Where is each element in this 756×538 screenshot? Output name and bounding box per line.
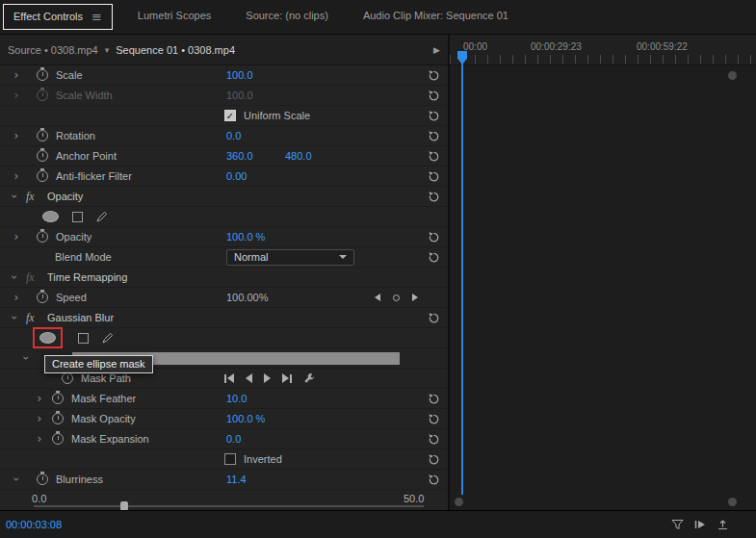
reset-icon[interactable] xyxy=(428,69,441,82)
create-rect-mask-button[interactable] xyxy=(72,212,83,222)
effect-header-opacity: › fx Opacity xyxy=(0,187,448,207)
property-value[interactable]: 10.0 xyxy=(226,393,247,404)
stopwatch-icon[interactable] xyxy=(37,69,48,81)
twirl-icon[interactable]: › xyxy=(33,432,46,446)
timeline-ruler[interactable]: 00:00 00:00:29:23 00:00:59:22 xyxy=(450,35,756,65)
reset-icon[interactable] xyxy=(428,393,441,405)
free-draw-bezier-pen-icon[interactable] xyxy=(102,332,114,344)
track-mask-backward-button[interactable] xyxy=(246,373,252,383)
reset-icon[interactable] xyxy=(428,413,441,425)
tab-source-monitor[interactable]: Source: (no clips) xyxy=(236,4,338,30)
reset-icon[interactable] xyxy=(428,170,441,183)
panel-menu-icon[interactable]: ≡ xyxy=(91,11,102,23)
tab-audio-clip-mixer[interactable]: Audio Clip Mixer: Sequence 01 xyxy=(353,4,518,30)
stopwatch-icon[interactable] xyxy=(37,150,48,162)
free-draw-bezier-pen-icon[interactable] xyxy=(96,211,108,222)
reset-icon[interactable] xyxy=(428,231,441,243)
sequence-clip-tab[interactable]: Sequence 01 • 0308.mp4 xyxy=(116,44,235,56)
property-value[interactable]: 0.00 xyxy=(226,170,247,182)
twirl-icon[interactable]: › xyxy=(33,392,46,405)
property-value[interactable]: 11.4 xyxy=(226,474,247,485)
property-row-speed: › Speed 100.00% xyxy=(0,288,448,308)
stopwatch-icon[interactable] xyxy=(52,433,64,445)
export-icon[interactable] xyxy=(717,519,729,530)
create-rect-mask-button[interactable] xyxy=(78,333,89,344)
stopwatch-icon[interactable] xyxy=(52,413,64,424)
stopwatch-icon[interactable] xyxy=(37,130,48,141)
property-label: Inverted xyxy=(244,453,282,465)
twirl-open-icon[interactable]: › xyxy=(8,190,21,203)
stopwatch-icon[interactable] xyxy=(62,372,73,384)
anchor-x-value[interactable]: 360.0 xyxy=(226,150,253,162)
reset-icon[interactable] xyxy=(428,251,441,264)
twirl-open-icon[interactable]: › xyxy=(19,351,33,365)
stopwatch-icon[interactable] xyxy=(52,393,64,404)
reset-icon[interactable] xyxy=(428,150,441,163)
twirl-icon[interactable]: › xyxy=(10,230,23,243)
track-mask-forward-one-frame-button[interactable] xyxy=(282,373,292,383)
anchor-y-value[interactable]: 480.0 xyxy=(285,150,312,162)
uniform-scale-checkbox[interactable]: ✓ xyxy=(224,110,236,121)
twirl-icon[interactable]: › xyxy=(10,68,23,82)
ruler-timestamp: 00:00:29:23 xyxy=(531,41,582,52)
slider-track[interactable] xyxy=(34,505,424,507)
chevron-down-icon[interactable]: ▾ xyxy=(105,45,110,55)
twirl-open-icon[interactable]: › xyxy=(8,311,21,324)
fx-badge-icon[interactable]: fx xyxy=(26,190,41,204)
reset-icon[interactable] xyxy=(428,130,441,142)
twirl-open-icon[interactable]: › xyxy=(8,270,21,284)
timeline-view-toggle-icon[interactable]: ▶ xyxy=(433,45,440,55)
reset-icon[interactable] xyxy=(428,110,441,122)
property-row-uniform-scale: ✓ Uniform Scale xyxy=(0,106,448,126)
source-clip-tab[interactable]: Source • 0308.mp4 xyxy=(8,44,98,56)
dropdown-value: Normal xyxy=(234,251,268,263)
create-ellipse-mask-button[interactable] xyxy=(42,211,59,222)
property-label: Mask Opacity xyxy=(71,413,136,424)
mask-tracking-controls xyxy=(224,372,315,384)
property-value[interactable]: 100.0 % xyxy=(226,231,265,243)
track-mask-backward-one-frame-button[interactable] xyxy=(224,373,234,383)
twirl-open-icon[interactable]: › xyxy=(10,473,23,486)
twirl-icon[interactable]: › xyxy=(10,89,23,102)
vertical-scrollbar-top-cap[interactable] xyxy=(728,71,737,80)
blend-mode-dropdown[interactable]: Normal xyxy=(226,249,354,266)
tracking-method-wrench-icon[interactable] xyxy=(303,372,315,384)
twirl-icon[interactable]: › xyxy=(10,169,23,183)
reset-icon[interactable] xyxy=(428,191,441,203)
tab-effect-controls[interactable]: Effect Controls ≡ xyxy=(3,4,113,30)
fx-badge-icon[interactable]: fx xyxy=(26,311,41,325)
property-value[interactable]: 100.00% xyxy=(226,292,268,303)
next-keyframe-button[interactable] xyxy=(412,294,418,301)
twirl-icon[interactable]: › xyxy=(33,412,46,425)
property-value[interactable]: 0.0 xyxy=(226,433,241,445)
property-value[interactable]: 100.0 xyxy=(226,69,253,81)
reset-icon[interactable] xyxy=(428,433,441,446)
create-ellipse-mask-button[interactable] xyxy=(39,332,56,344)
stopwatch-icon[interactable] xyxy=(37,90,48,101)
reset-icon[interactable] xyxy=(428,90,441,102)
add-keyframe-button[interactable] xyxy=(393,295,400,301)
reset-icon[interactable] xyxy=(428,312,441,324)
stopwatch-icon[interactable] xyxy=(37,292,48,303)
stopwatch-icon[interactable] xyxy=(37,170,48,182)
current-timecode[interactable]: 00:00:03:08 xyxy=(6,519,62,530)
track-mask-forward-button[interactable] xyxy=(264,373,271,383)
play-audio-icon[interactable] xyxy=(693,519,707,530)
property-value[interactable]: 100.0 % xyxy=(226,413,265,424)
filter-properties-icon[interactable] xyxy=(671,519,684,530)
stopwatch-icon[interactable] xyxy=(37,474,48,485)
inverted-checkbox[interactable] xyxy=(224,453,236,465)
twirl-icon[interactable]: › xyxy=(10,291,23,304)
tab-lumetri-scopes[interactable]: Lumetri Scopes xyxy=(128,4,221,30)
reset-icon[interactable] xyxy=(428,474,441,486)
reset-icon[interactable] xyxy=(428,453,441,466)
property-value[interactable]: 0.0 xyxy=(226,130,241,141)
property-label: Mask Feather xyxy=(71,393,136,404)
property-label: Anchor Point xyxy=(56,150,117,162)
vertical-scrollbar-bottom-cap[interactable] xyxy=(728,498,737,506)
previous-keyframe-button[interactable] xyxy=(375,294,380,301)
twirl-icon[interactable]: › xyxy=(10,129,23,142)
stopwatch-icon[interactable] xyxy=(37,231,48,243)
horizontal-scrollbar-left-cap[interactable] xyxy=(455,498,463,506)
property-row-blurriness: › Blurriness 11.4 xyxy=(0,470,448,490)
